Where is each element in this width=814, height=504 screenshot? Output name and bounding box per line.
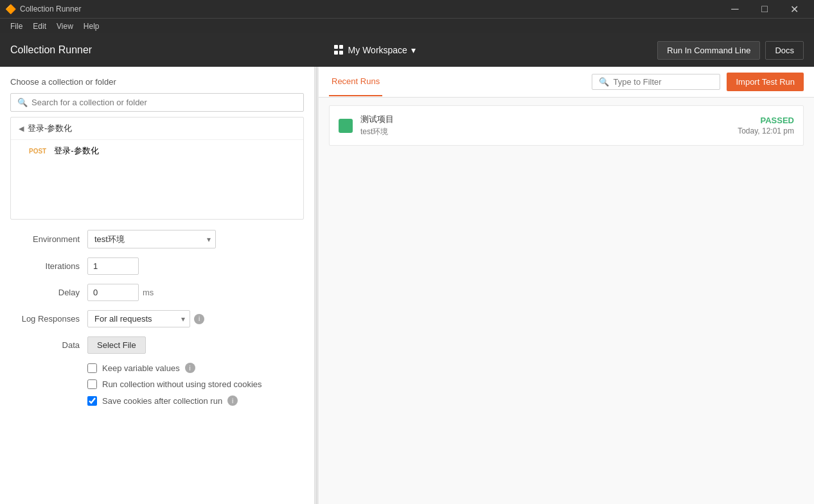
log-responses-info-icon[interactable]: i <box>194 314 204 324</box>
docs-button[interactable]: Docs <box>765 41 804 60</box>
choose-label: Choose a collection or folder <box>10 77 304 87</box>
menu-bar: File Edit View Help <box>0 18 814 33</box>
log-responses-control: For all requests For failed requests Don… <box>87 310 304 327</box>
save-cookies-checkbox[interactable] <box>87 396 97 406</box>
filter-input[interactable] <box>613 77 721 87</box>
run-env: test环境 <box>360 126 738 137</box>
save-cookies-label: Save cookies after collection run <box>102 396 222 406</box>
delay-label: Delay <box>10 288 87 297</box>
no-cookies-row: Run collection without using stored cook… <box>87 379 304 389</box>
workspace-chevron: ▾ <box>411 45 416 55</box>
no-cookies-checkbox[interactable] <box>87 379 97 389</box>
search-input[interactable] <box>31 98 297 107</box>
run-item[interactable]: 测试项目 test环境 PASSED Today, 12:01 pm <box>329 105 804 146</box>
main-layout: Choose a collection or folder 🔍 ◀ 登录-参数化… <box>0 67 814 504</box>
iterations-control: 1 <box>87 257 304 275</box>
keep-variable-row: Keep variable values i <box>87 363 304 373</box>
tab-recent-runs-label: Recent Runs <box>332 76 380 86</box>
run-info: 测试项目 test环境 <box>360 114 738 137</box>
environment-select[interactable]: No Environment test环境 <box>87 230 216 248</box>
title-bar-controls: ─ □ ✕ <box>720 0 809 18</box>
run-time: Today, 12:01 pm <box>738 126 794 135</box>
collection-sub-item[interactable]: POST 登录-参数化 <box>11 140 303 162</box>
workspace-grid-icon <box>334 45 344 55</box>
environment-row: Environment No Environment test环境 ▾ <box>10 230 304 248</box>
environment-select-wrap: No Environment test环境 ▾ <box>87 230 216 248</box>
collection-list: ◀ 登录-参数化 POST 登录-参数化 <box>10 117 304 220</box>
keep-variable-checkbox[interactable] <box>87 363 97 373</box>
runs-list: 测试项目 test环境 PASSED Today, 12:01 pm <box>319 98 814 159</box>
vertical-divider <box>315 67 319 504</box>
right-header: Recent Runs 🔍 Import Test Run <box>319 67 814 98</box>
collection-arrow-icon: ◀ <box>19 125 24 133</box>
log-responses-select[interactable]: For all requests For failed requests Don… <box>87 310 190 327</box>
maximize-button[interactable]: □ <box>750 0 779 18</box>
title-bar-left: 🔶 Collection Runner <box>5 4 81 14</box>
run-command-line-button[interactable]: Run In Command Line <box>657 41 760 60</box>
save-cookies-row: Save cookies after collection run i <box>87 395 304 406</box>
workspace-label: My Workspace <box>348 45 407 55</box>
sub-item-name: 登录-参数化 <box>54 145 98 157</box>
app-icon: 🔶 <box>5 4 16 14</box>
collection-item-root[interactable]: ◀ 登录-参数化 <box>11 117 303 140</box>
import-test-run-button[interactable]: Import Test Run <box>727 73 804 91</box>
log-responses-select-wrap: For all requests For failed requests Don… <box>87 310 190 327</box>
delay-input[interactable]: 0 <box>87 284 139 301</box>
method-badge-post: POST <box>26 147 49 155</box>
search-box: 🔍 <box>10 93 304 112</box>
run-status: PASSED Today, 12:01 pm <box>738 116 794 135</box>
left-panel: Choose a collection or folder 🔍 ◀ 登录-参数化… <box>0 67 315 504</box>
right-panel: Recent Runs 🔍 Import Test Run 测试项目 test环… <box>319 67 814 504</box>
no-cookies-label: Run collection without using stored cook… <box>102 379 262 389</box>
iterations-input[interactable]: 1 <box>87 257 139 275</box>
tabs: Recent Runs <box>329 67 393 97</box>
data-row: Data Select File <box>10 336 304 354</box>
app-header: Collection Runner My Workspace ▾ Run In … <box>0 33 814 67</box>
minimize-button[interactable]: ─ <box>720 0 750 18</box>
environment-label: Environment <box>10 234 87 244</box>
log-responses-row: Log Responses For all requests For faile… <box>10 310 304 327</box>
save-cookies-info-icon[interactable]: i <box>227 395 238 406</box>
tab-recent-runs[interactable]: Recent Runs <box>329 67 382 96</box>
title-bar-title: Collection Runner <box>20 4 81 13</box>
select-file-button[interactable]: Select File <box>87 336 146 354</box>
keep-variable-info-icon[interactable]: i <box>185 363 195 373</box>
run-passed-badge: PASSED <box>738 116 794 125</box>
header-actions: Run In Command Line Docs <box>657 41 804 60</box>
collection-name: 登录-参数化 <box>28 123 72 134</box>
filter-search-icon: 🔍 <box>599 77 609 87</box>
data-label: Data <box>10 340 87 350</box>
environment-control: No Environment test环境 ▾ <box>87 230 304 248</box>
menu-help[interactable]: Help <box>78 21 105 32</box>
run-status-icon <box>339 119 353 133</box>
filter-box: 🔍 <box>592 74 720 90</box>
menu-file[interactable]: File <box>5 21 28 32</box>
delay-row: Delay 0 ms <box>10 284 304 301</box>
delay-unit: ms <box>143 288 154 297</box>
title-bar: 🔶 Collection Runner ─ □ ✕ <box>0 0 814 18</box>
delay-control: 0 ms <box>87 284 304 301</box>
keep-variable-label: Keep variable values <box>102 363 180 373</box>
workspace-button[interactable]: My Workspace ▾ <box>334 45 416 55</box>
iterations-label: Iterations <box>10 261 87 271</box>
close-button[interactable]: ✕ <box>779 0 809 18</box>
iterations-row: Iterations 1 <box>10 257 304 275</box>
app-header-title: Collection Runner <box>10 44 92 56</box>
data-control: Select File <box>87 336 304 354</box>
search-icon: 🔍 <box>17 98 28 107</box>
log-responses-label: Log Responses <box>10 314 87 324</box>
menu-edit[interactable]: Edit <box>28 21 51 32</box>
right-header-actions: 🔍 Import Test Run <box>592 73 804 91</box>
run-name: 测试项目 <box>360 114 738 125</box>
menu-view[interactable]: View <box>51 21 78 32</box>
